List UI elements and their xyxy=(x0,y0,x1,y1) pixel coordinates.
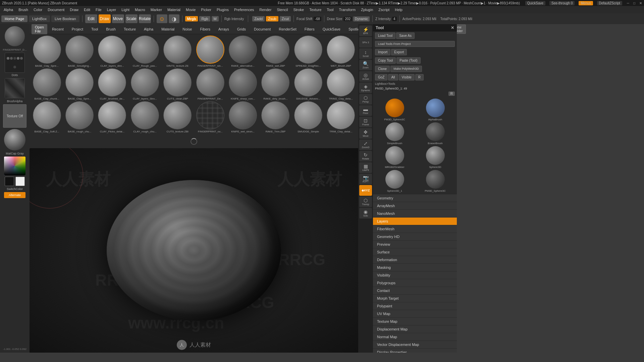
tab-project[interactable]: Project xyxy=(68,26,87,32)
menu-light[interactable]: Light xyxy=(119,7,132,12)
brush-item[interactable]: FINGERPRINT_De... xyxy=(194,68,226,101)
menu-zscript[interactable]: Zscript xyxy=(376,7,392,12)
menu-draw[interactable]: Draw xyxy=(67,7,81,12)
brush-item[interactable]: BASE_Clay_Soft.Z... xyxy=(31,101,63,133)
zcut-btn[interactable]: Zcut xyxy=(280,16,291,21)
menu-alpha[interactable]: Alpha xyxy=(1,7,15,12)
menu-picker[interactable]: Picker xyxy=(199,7,214,12)
viewport-canvas[interactable]: 人人素材 www.rrcg.cn RRCG 人人素材 RRCG www.rrcg… xyxy=(30,148,358,353)
brush-item[interactable]: KNIFE_sharp_con... xyxy=(227,68,259,101)
tool-close-btn[interactable]: ✕ xyxy=(451,25,454,30)
viewport[interactable]: 人人素材 www.rrcg.cn RRCG 人人素材 RRCG www.rrcg… xyxy=(30,148,358,353)
section-fibermesh[interactable]: FiberMesh xyxy=(373,225,457,233)
tab-arrays[interactable]: Arrays xyxy=(215,26,232,32)
draw-btn[interactable]: Draw xyxy=(99,14,111,23)
section-displacement-map[interactable]: Displacement Map xyxy=(373,325,457,333)
solo-btn[interactable]: ◉ Solo xyxy=(359,208,372,219)
tab-brush[interactable]: Brush xyxy=(103,26,119,32)
menu-marker[interactable]: Marker xyxy=(148,7,164,12)
section-arraymesh[interactable]: ArrayMesh xyxy=(373,202,457,210)
dots-pattern[interactable] xyxy=(5,53,25,73)
brush-item[interactable]: BASE_Clay_Spre... xyxy=(63,68,95,101)
xyz-btn[interactable]: ◈XYZ xyxy=(359,185,372,196)
copy-tool-btn[interactable]: Copy Tool xyxy=(375,57,396,64)
tab-noise[interactable]: Noise xyxy=(179,26,195,32)
sphere-pm3d-gray[interactable]: PM3D_Sphere3C xyxy=(416,170,455,192)
menu-texture[interactable]: Texture xyxy=(307,7,324,12)
brush-item[interactable]: CLAY_layers_Stro... xyxy=(129,68,161,101)
actual-btn[interactable]: ◎ Actual xyxy=(359,71,372,82)
mrgb-btn[interactable]: Mrgb xyxy=(185,16,198,21)
brush-item[interactable]: CUTS_texture.ZBI xyxy=(162,101,194,133)
brush-item[interactable]: SMUDGE_Simple xyxy=(292,101,324,133)
r-btn[interactable]: R xyxy=(415,74,424,80)
paste-tool-btn[interactable]: Paste (Tool) xyxy=(396,57,420,64)
menu-document[interactable]: Document xyxy=(45,7,67,12)
section-preview[interactable]: Preview xyxy=(373,241,457,248)
litepll-btn[interactable]: ▦ LitePll xyxy=(359,162,372,173)
section-polygroups[interactable]: Polygroups xyxy=(373,279,457,287)
brush-item[interactable]: BASE_Clay_chunk... xyxy=(31,68,63,101)
brush-alpha-thumb[interactable] xyxy=(5,78,25,98)
brush-item[interactable]: TRIM2_Clay_deta... xyxy=(325,68,357,101)
menu-help[interactable]: Help xyxy=(392,7,405,12)
section-masking[interactable]: Masking xyxy=(373,264,457,272)
brush-item[interactable]: BASE_Smudging... xyxy=(63,36,95,68)
brush-item[interactable]: TRIM_Clay_detai... xyxy=(325,101,357,133)
brush-item[interactable]: CLAY_brushed_de... xyxy=(96,68,128,101)
section-surface[interactable]: Surface xyxy=(373,248,457,256)
texture-off-btn[interactable]: Texture Off xyxy=(3,104,26,128)
m-btn[interactable]: M xyxy=(212,16,219,21)
sphere-sphere3d-1[interactable]: Sphere3D_1 xyxy=(375,170,414,192)
load-from-project-btn[interactable]: Load Tools From Project xyxy=(375,41,455,47)
rotate-btn-r[interactable]: ↻ Rotate xyxy=(359,151,372,162)
mode-icon-1[interactable]: ⊙ xyxy=(157,14,167,23)
brush-item[interactable]: CLAY_rough_chu... xyxy=(129,101,161,133)
tab-fibers[interactable]: Fibers xyxy=(197,26,214,32)
zoom-btn[interactable]: 🔍 Zoom xyxy=(359,60,372,70)
menu-stroke[interactable]: Stroke xyxy=(291,7,306,12)
brush-item[interactable]: FINGERPRINT_ov... xyxy=(194,101,226,133)
section-deformation[interactable]: Deformation xyxy=(373,256,457,264)
mode-icon-2[interactable]: ◑ xyxy=(169,14,179,23)
sphere-eraser[interactable]: EraserBrush xyxy=(416,122,455,145)
menu-brush[interactable]: Brush xyxy=(16,7,31,12)
maximize-btn[interactable]: □ xyxy=(633,1,635,5)
section-geometry-hd[interactable]: Geometry HD xyxy=(373,233,457,241)
goz-btn[interactable]: GoZ xyxy=(375,74,387,80)
brush-item[interactable]: RAKE_wet.ZBP xyxy=(260,36,291,68)
menu-edit[interactable]: Edit xyxy=(82,7,93,12)
brush-item[interactable]: RAKE_dirty_brush... xyxy=(260,68,291,101)
frame-btn[interactable]: ⊡ Frame xyxy=(359,117,372,127)
brush-item[interactable]: RAKE_Trim.ZBP xyxy=(260,101,291,133)
section-layers[interactable]: Layers xyxy=(373,218,457,225)
minimize-btn[interactable]: ─ xyxy=(627,1,629,5)
sphere-pm3d-orange[interactable]: PM3D_Sphere3C xyxy=(375,99,414,121)
menus-btn[interactable]: Menus xyxy=(579,1,593,5)
section-texture-map[interactable]: Texture Map xyxy=(373,318,457,325)
import-btn[interactable]: Import xyxy=(375,49,390,55)
sphere-sphere3d[interactable]: Sphere3D xyxy=(416,146,455,169)
menu-transform[interactable]: Transform xyxy=(336,7,358,12)
tab-live-boolean[interactable]: Live Boolean xyxy=(51,15,79,22)
menu-macro[interactable]: Macro xyxy=(132,7,148,12)
draw-size-value[interactable]: 202 xyxy=(343,17,352,21)
quicksave-btn[interactable]: QuickSave xyxy=(525,1,545,5)
menu-stencil[interactable]: Stencil xyxy=(274,7,290,12)
brush-item[interactable]: CLAY_Flicks_detai... xyxy=(96,101,128,133)
tab-texture[interactable]: Texture xyxy=(120,26,139,32)
transp-btn[interactable]: ⬡ Transp xyxy=(359,196,372,207)
zsub-btn[interactable]: Zsub xyxy=(266,16,278,21)
brush-item[interactable]: DINTS_texture.ZE xyxy=(162,36,194,68)
save-as-btn[interactable]: Save As xyxy=(396,33,415,39)
brush-item[interactable]: BASE_Clay_Spre... xyxy=(31,36,63,68)
matcap-sphere[interactable] xyxy=(4,129,25,150)
menu-preferences[interactable]: Preferences xyxy=(232,7,256,12)
tab-material[interactable]: Material xyxy=(158,26,178,32)
scale-btn[interactable]: Scale xyxy=(125,14,138,23)
brush-item[interactable]: CUTS_clean.ZBP xyxy=(162,68,194,101)
brush-item[interactable]: WET_Brush.ZBP xyxy=(325,36,357,68)
section-vector-displacement-map[interactable]: Vector Displacement Map xyxy=(373,341,457,349)
sphere-simple[interactable]: SimpleBrush xyxy=(375,122,414,145)
alternate-btn[interactable]: Alternate xyxy=(4,192,25,198)
